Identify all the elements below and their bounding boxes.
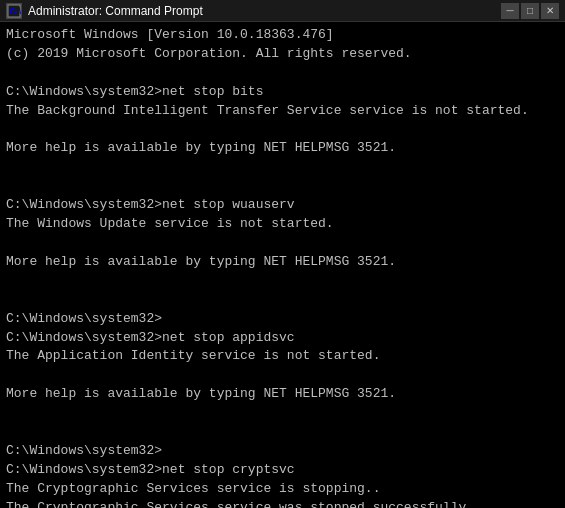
close-button[interactable]: ✕ bbox=[541, 3, 559, 19]
terminal-line bbox=[6, 272, 559, 291]
terminal-line bbox=[6, 366, 559, 385]
terminal-line bbox=[6, 291, 559, 310]
terminal-body: Microsoft Windows [Version 10.0.18363.47… bbox=[0, 22, 565, 508]
terminal-line: C:\Windows\system32>net stop cryptsvc bbox=[6, 461, 559, 480]
svg-text:C:\: C:\ bbox=[9, 6, 21, 16]
title-bar: C:\ Administrator: Command Prompt ─ □ ✕ bbox=[0, 0, 565, 22]
terminal-line: The Cryptographic Services service was s… bbox=[6, 499, 559, 508]
terminal-line: The Cryptographic Services service is st… bbox=[6, 480, 559, 499]
terminal-line bbox=[6, 234, 559, 253]
terminal-line: C:\Windows\system32> bbox=[6, 310, 559, 329]
terminal-line: The Application Identity service is not … bbox=[6, 347, 559, 366]
title-bar-controls: ─ □ ✕ bbox=[501, 3, 559, 19]
terminal-line bbox=[6, 177, 559, 196]
terminal-line: The Windows Update service is not starte… bbox=[6, 215, 559, 234]
terminal-line: (c) 2019 Microsoft Corporation. All righ… bbox=[6, 45, 559, 64]
minimize-button[interactable]: ─ bbox=[501, 3, 519, 19]
terminal-line bbox=[6, 64, 559, 83]
terminal-line bbox=[6, 120, 559, 139]
terminal-line: C:\Windows\system32> bbox=[6, 442, 559, 461]
title-bar-text: Administrator: Command Prompt bbox=[28, 4, 501, 18]
title-bar-icon: C:\ bbox=[6, 3, 22, 19]
terminal-line bbox=[6, 404, 559, 423]
terminal-line: Microsoft Windows [Version 10.0.18363.47… bbox=[6, 26, 559, 45]
terminal-line: More help is available by typing NET HEL… bbox=[6, 139, 559, 158]
terminal-line: C:\Windows\system32>net stop appidsvc bbox=[6, 329, 559, 348]
terminal-line: More help is available by typing NET HEL… bbox=[6, 253, 559, 272]
maximize-button[interactable]: □ bbox=[521, 3, 539, 19]
terminal-line bbox=[6, 423, 559, 442]
terminal-line: More help is available by typing NET HEL… bbox=[6, 385, 559, 404]
terminal-line bbox=[6, 158, 559, 177]
terminal-line: C:\Windows\system32>net stop wuauserv bbox=[6, 196, 559, 215]
terminal-line: C:\Windows\system32>net stop bits bbox=[6, 83, 559, 102]
terminal-line: The Background Intelligent Transfer Serv… bbox=[6, 102, 559, 121]
